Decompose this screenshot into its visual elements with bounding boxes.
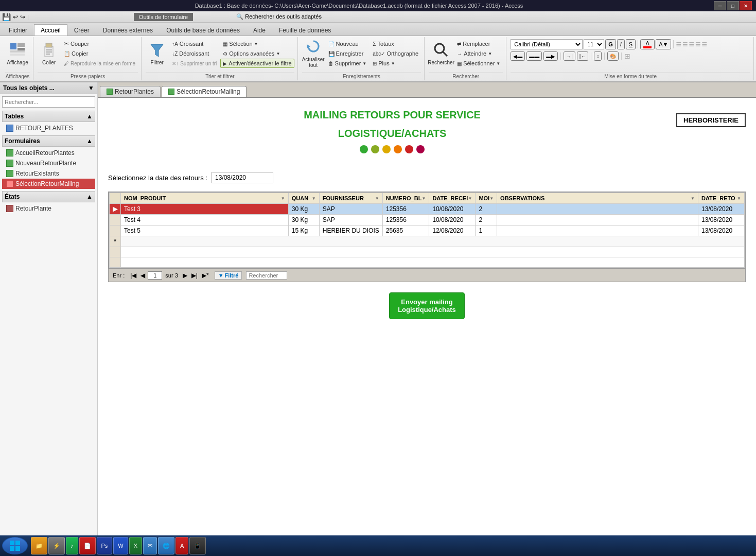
cell-fournisseur-3[interactable]: HERBIER DU DIOIS [319,225,382,236]
tab-creer[interactable]: Créer [67,24,96,36]
date-input[interactable] [212,172,273,183]
cell-observations-1[interactable] [497,204,698,215]
indent-button[interactable]: →| [564,51,575,61]
cell-nom-produit-2[interactable]: Test 4 [121,215,289,225]
nav-search-input[interactable] [2,96,95,108]
send-mailing-button[interactable]: Envoyer mailingLogistique/Achats [389,292,465,319]
cell-quantite-1[interactable]: 30 Kg [288,204,319,215]
affichage-button[interactable]: Affichage [5,39,30,68]
grid-new-button[interactable]: ▶* [200,272,210,279]
font-size-select[interactable]: 11 [584,39,604,49]
maximize-button[interactable]: □ [727,1,739,10]
nav-item-retour-existants[interactable]: RetourExistants [2,168,95,179]
redo-button[interactable]: ↪ [20,13,25,21]
cell-numero-bl-1[interactable]: 125356 [382,204,429,215]
taskbar-filezilla[interactable]: ⚡ [48,537,65,554]
close-button[interactable]: ✕ [740,1,752,10]
nav-item-retour-plantes[interactable]: RETOUR_PLANTES [2,123,95,133]
bg-color-button[interactable]: 🎨 [607,51,619,61]
tab-outils-bdd[interactable]: Outils de base de données [160,24,247,36]
taskbar-excel[interactable]: X [129,537,142,554]
cell-date-recei-2[interactable]: 10/08/2020 [429,215,476,225]
cell-quantite-3[interactable]: 15 Kg [288,225,319,236]
enregistrer-button[interactable]: 💾 Enregistrer [326,49,370,58]
col-header-nom-produit[interactable]: NOM_PRODUIT▼ [121,193,289,204]
cell-date-reto-1[interactable]: 13/08/2020 [698,204,745,215]
etats-section-header[interactable]: États ▲ [2,191,95,202]
cell-observations-2[interactable] [497,215,698,225]
col-header-fournisseur[interactable]: FOURNISSEUR▼ [319,193,382,204]
cell-date-reto-2[interactable]: 13/08/2020 [698,215,745,225]
taskbar-browser[interactable]: 🌐 [158,537,174,554]
font-select[interactable]: Calibri (Détail) [511,39,583,49]
outdent-button[interactable]: |← [577,51,589,61]
taskbar-acrobat[interactable]: 📄 [79,537,96,554]
save-quick-button[interactable]: 💾 [2,13,11,21]
cell-fournisseur-1[interactable]: SAP [319,204,382,215]
plus-button[interactable]: ⊞ Plus ▼ [370,59,421,68]
undo-button[interactable]: ↩ [13,13,18,21]
couper-button[interactable]: ✂ Couper [61,39,138,48]
col-header-observations[interactable]: OBSERVATIONS▼ [497,193,698,204]
tab-selection-mailing[interactable]: SélectionRetourMailing [162,86,247,97]
taskbar-phone[interactable]: 📱 [189,537,206,554]
highlight-button[interactable]: A▼ [656,39,671,49]
new-row[interactable]: * [110,236,745,247]
cell-moi-3[interactable]: 1 [476,225,497,236]
col-header-date-reto[interactable]: DATE_RETO▼ [698,193,745,204]
font-format-buttons[interactable]: G [605,39,616,49]
cell-nom-produit-3[interactable]: Test 5 [121,225,289,236]
col-header-date-recei[interactable]: DATE_RECEI▼ [429,193,476,204]
grid-first-button[interactable]: |◀ [129,272,138,279]
repro-button[interactable]: 🖌 Reproduire la mise en forme [61,59,138,68]
actualiser-button[interactable]: Actualisertout [302,39,325,68]
formulaires-section-header[interactable]: Formulaires ▲ [2,135,95,147]
supprimer-button[interactable]: 🗑 Supprimer ▼ [326,59,370,68]
table-row[interactable]: ▶ Test 3 30 Kg SAP 125356 10/08/2020 2 1… [110,204,745,215]
totaux-button[interactable]: Σ Totaux [370,39,421,48]
options-avancees-button[interactable]: ⚙ Options avancées ▼ [220,49,294,58]
nav-item-retour-plante-report[interactable]: RetourPlante [2,203,95,214]
coller-button[interactable]: Coller [38,39,60,68]
taskbar-email[interactable]: ✉ [143,537,157,554]
decroissant-button[interactable]: ↓Z Décroissant [169,49,219,58]
nav-item-selection-mailing[interactable]: SélectionRetourMailing [2,179,95,189]
selection-button[interactable]: ▦ Sélection ▼ [220,39,294,48]
col-header-numero-bl[interactable]: NUMERO_BL▼ [382,193,429,204]
copier-button[interactable]: 📋 Copier [61,49,138,58]
align-center-button[interactable]: ▬▬ [526,51,542,61]
tab-aide[interactable]: Aide [247,24,272,36]
cell-date-recei-3[interactable]: 12/08/2020 [429,225,476,236]
grid-record-input[interactable] [148,271,162,280]
remplacer-button[interactable]: ⇄ Remplacer [454,39,503,48]
tab-donnees-externes[interactable]: Données externes [96,24,160,36]
tab-retour-plantes[interactable]: RetourPlantes [100,86,161,97]
table-row[interactable]: Test 5 15 Kg HERBIER DU DIOIS 25635 12/0… [110,225,745,236]
align-left-button[interactable]: ◀▬ [511,51,525,61]
col-header-quantite[interactable]: QUAN▼ [288,193,319,204]
tab-feuille-donnees[interactable]: Feuille de données [272,24,338,36]
nav-pane-header[interactable]: Tous les objets ... ▼ [0,82,97,94]
filter-badge[interactable]: ▼ Filtré [215,271,242,280]
cell-numero-bl-2[interactable]: 125356 [382,215,429,225]
cell-date-recei-1[interactable]: 10/08/2020 [429,204,476,215]
nav-item-nouveau[interactable]: NouveauRetourPlante [2,158,95,168]
taskbar-photoshop[interactable]: Ps [97,537,113,554]
taskbar-access[interactable]: A [175,537,188,554]
align-right-button[interactable]: ▬▶ [543,51,558,61]
col-header-moi[interactable]: MOI▼ [476,193,497,204]
atteindre-button[interactable]: → Atteindre ▼ [454,49,503,58]
grid-next-button[interactable]: ▶ [181,272,189,279]
cell-fournisseur-2[interactable]: SAP [319,215,382,225]
activer-desactiver-button[interactable]: ▶ Activer/désactiver le filtre [220,59,294,68]
tables-section-header[interactable]: Tables ▲ [2,111,95,122]
filtrer-button[interactable]: Filtrer [146,39,168,68]
windows-start-button[interactable] [2,537,28,554]
rechercher-button[interactable]: Rechercher [429,39,453,68]
taskbar-spotify[interactable]: ♪ [66,537,78,554]
cell-quantite-2[interactable]: 30 Kg [288,215,319,225]
cell-nom-produit-1[interactable]: Test 3 [121,204,289,215]
orthographe-button[interactable]: abc✓ Orthographe [370,49,421,58]
grid-search-input[interactable] [246,271,287,280]
italic-button[interactable]: I [617,39,625,49]
